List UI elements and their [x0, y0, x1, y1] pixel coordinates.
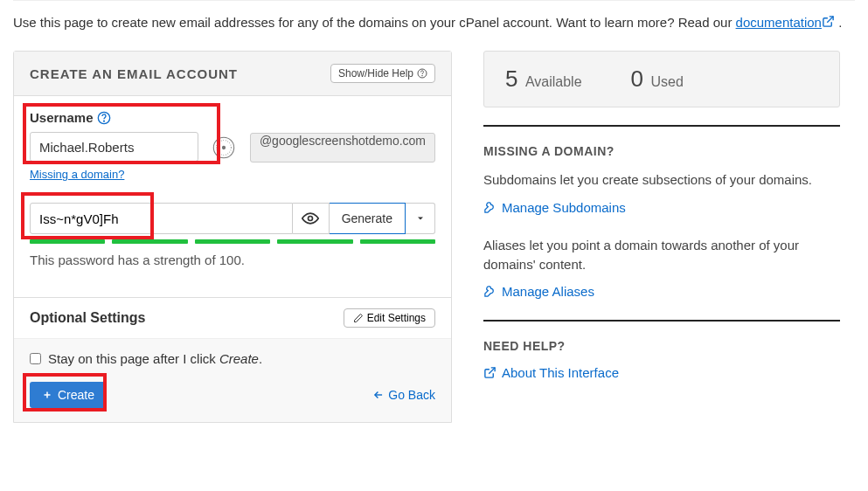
- missing-domain-link[interactable]: Missing a domain?: [30, 168, 124, 181]
- intro-period: .: [835, 15, 842, 30]
- external-link-icon: [483, 366, 496, 379]
- stay-prefix: Stay on this page after I click: [48, 351, 219, 366]
- optional-settings-title: Optional Settings: [30, 310, 145, 326]
- help-icon: [417, 68, 427, 79]
- help-icon[interactable]: [97, 111, 111, 125]
- subdomains-desc: Subdomains let you create subsections of…: [483, 170, 840, 190]
- svg-point-6: [223, 146, 226, 149]
- stay-on-page-row[interactable]: Stay on this page after I click Create.: [30, 351, 435, 366]
- stat-available: 5 Available: [505, 66, 582, 93]
- generate-options-button[interactable]: [406, 203, 435, 234]
- divider: [483, 320, 840, 322]
- stat-used: 0 Used: [631, 66, 684, 93]
- eye-icon: [302, 210, 319, 227]
- missing-domain-heading: MISSING A DOMAIN?: [483, 144, 840, 158]
- edit-settings-button[interactable]: Edit Settings: [344, 308, 435, 328]
- svg-point-7: [309, 217, 313, 221]
- manage-subdomains-link[interactable]: Manage Subdomains: [483, 200, 840, 215]
- create-panel: CREATE AN EMAIL ACCOUNT Show/Hide Help U…: [13, 51, 452, 423]
- available-number: 5: [505, 66, 517, 92]
- show-hide-help-label: Show/Hide Help: [338, 67, 413, 80]
- documentation-link[interactable]: documentation: [736, 15, 835, 30]
- about-interface-label: About This Interface: [502, 365, 619, 380]
- username-label: Username: [30, 110, 198, 125]
- domain-select-value: @googlescreenshotdemo.com: [260, 134, 426, 148]
- stats-box: 5 Available 0 Used: [483, 51, 840, 107]
- top-divider: [13, 0, 855, 1]
- go-back-label: Go Back: [388, 388, 435, 402]
- need-help-heading: NEED HELP?: [483, 339, 840, 353]
- wrench-icon: [483, 201, 496, 214]
- create-button[interactable]: Create: [30, 382, 107, 408]
- panel-header: CREATE AN EMAIL ACCOUNT Show/Hide Help: [14, 52, 451, 96]
- divider: [483, 125, 840, 127]
- create-button-label: Create: [58, 388, 94, 402]
- domain-select[interactable]: @googlescreenshotdemo.com: [250, 133, 435, 163]
- caret-down-icon: [415, 213, 426, 224]
- optional-settings-header: Optional Settings Edit Settings: [14, 297, 451, 338]
- intro-body: Use this page to create new email addres…: [13, 15, 736, 30]
- aliases-desc: Aliases let you point a domain towards a…: [483, 236, 840, 274]
- stay-on-page-label: Stay on this page after I click Create.: [48, 351, 262, 366]
- stay-on-page-checkbox[interactable]: [30, 353, 41, 364]
- password-strength-text: This password has a strength of 100.: [30, 252, 435, 267]
- edit-settings-label: Edit Settings: [367, 312, 426, 324]
- about-interface-link[interactable]: About This Interface: [483, 365, 840, 380]
- show-hide-help-button[interactable]: Show/Hide Help: [330, 64, 435, 83]
- arrow-left-icon: [372, 389, 385, 401]
- pencil-icon: [353, 313, 364, 323]
- manage-subdomains-label: Manage Subdomains: [502, 200, 626, 215]
- username-input[interactable]: [30, 132, 198, 162]
- used-label: Used: [650, 74, 683, 89]
- go-back-link[interactable]: Go Back: [372, 388, 435, 402]
- svg-point-3: [103, 121, 104, 121]
- plus-icon: [42, 390, 52, 400]
- toggle-password-visibility-button[interactable]: [293, 203, 330, 234]
- password-input[interactable]: [30, 203, 293, 234]
- svg-point-1: [422, 75, 423, 76]
- external-link-icon: [822, 15, 835, 28]
- used-number: 0: [631, 66, 643, 92]
- manage-aliases-link[interactable]: Manage Aliases: [483, 284, 840, 299]
- documentation-link-text: documentation: [736, 15, 822, 30]
- intro-text: Use this page to create new email addres…: [13, 13, 855, 31]
- wrench-icon: [483, 285, 496, 298]
- at-indicator: [211, 133, 238, 163]
- available-label: Available: [525, 74, 582, 89]
- stay-em: Create: [219, 351, 259, 366]
- manage-aliases-label: Manage Aliases: [502, 284, 594, 299]
- username-label-text: Username: [30, 110, 94, 125]
- stay-suffix: .: [259, 351, 262, 366]
- panel-title: CREATE AN EMAIL ACCOUNT: [30, 66, 238, 81]
- password-strength-meter: [30, 239, 435, 244]
- generate-button[interactable]: Generate: [330, 203, 406, 234]
